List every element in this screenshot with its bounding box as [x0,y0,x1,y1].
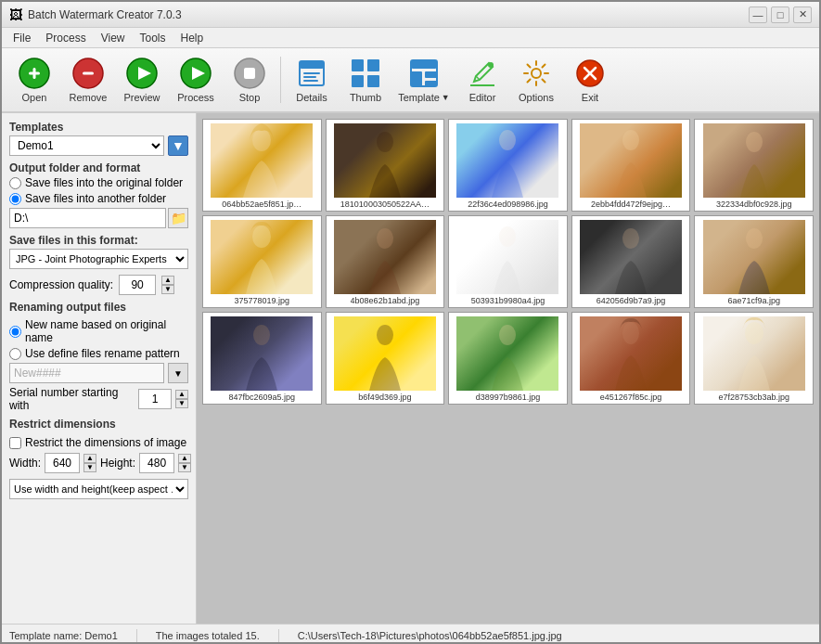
minimize-button[interactable]: — [749,6,767,23]
options-icon [520,57,553,90]
exit-icon [573,57,607,90]
image-cell[interactable]: 4b08e62b1abd.jpg [326,215,445,308]
svg-point-27 [532,69,541,78]
image-cell[interactable]: 642056d9b7a9.jpg [571,215,691,308]
rename-pattern-row: ▼ [9,363,188,383]
serial-input[interactable] [138,389,172,409]
image-thumbnail [580,220,682,294]
image-thumbnail [703,123,805,198]
image-cell[interactable]: b6f49d369.jpg [326,312,445,405]
svg-rect-15 [303,80,318,82]
options-button[interactable]: Options [511,52,561,108]
serial-up[interactable]: ▲ [175,390,188,399]
image-cell[interactable]: e451267f85c.jpg [571,312,691,405]
radio-original-name-input[interactable] [9,326,21,338]
image-cell[interactable]: 181010003050522AA… [326,119,445,212]
compression-up[interactable]: ▲ [161,276,174,285]
template-select[interactable]: Demo1 [9,135,164,156]
stop-button[interactable]: Stop [224,52,275,108]
image-cell[interactable]: 22f36c4ed098986.jpg [448,119,568,212]
format-select[interactable]: JPG - Joint Photographic Experts … [9,249,188,269]
image-filename: 503931b9980a4.jpg [471,296,545,305]
radio-original-name[interactable]: New name based on original name [9,318,188,344]
compression-label: Compression quality: [9,278,113,291]
image-cell[interactable]: 322334dbf0c928.jpg [694,119,814,212]
height-down[interactable]: ▼ [178,463,191,472]
template-dropdown-btn[interactable]: ▼ [168,135,188,156]
exit-button[interactable]: Exit [565,52,615,108]
left-panel: Templates Demo1 ▼ Output folder and form… [2,113,197,624]
open-button[interactable]: Open [9,52,59,108]
svg-rect-13 [303,72,320,74]
svg-point-34 [622,130,639,150]
image-cell[interactable]: 6ae71cf9a.jpg [694,215,814,308]
close-button[interactable]: ✕ [793,6,812,23]
thumb-icon [349,57,382,90]
restrict-checkbox-row[interactable]: Restrict the dimensions of image [9,436,188,449]
svg-point-32 [377,132,393,152]
serial-label: Serial number starting with [9,386,135,412]
image-cell[interactable]: 503931b9980a4.jpg [448,215,568,308]
image-filename: 375778019.jpg [235,296,290,305]
template-icon [407,57,441,90]
menu-tools[interactable]: Tools [133,30,173,46]
menu-file[interactable]: File [6,30,38,46]
image-filename: 181010003050522AA… [340,200,430,209]
browse-folder-button[interactable]: 📁 [168,208,188,228]
menu-help[interactable]: Help [173,30,212,46]
aspect-select[interactable]: Use width and height(keep aspect … [9,479,188,499]
image-cell[interactable]: 375778019.jpg [202,215,322,308]
radio-original-input[interactable] [9,177,21,189]
menu-view[interactable]: View [94,30,133,46]
radio-original-folder[interactable]: Save files into the original folder [9,176,188,189]
image-thumbnail [211,123,313,198]
svg-rect-2 [33,68,36,79]
serial-row: Serial number starting with ▲ ▼ [9,386,188,412]
image-cell[interactable]: 847fbc2609a5.jpg [202,312,322,405]
menu-process[interactable]: Process [38,30,93,46]
radio-another-label: Save files into another folder [25,192,166,205]
radio-another-input[interactable] [9,193,21,205]
remove-button[interactable]: Remove [63,52,113,108]
window-controls: — □ ✕ [749,6,812,23]
preview-button[interactable]: Preview [117,52,167,108]
image-filename: 322334dbf0c928.jpg [716,200,792,209]
template-button[interactable]: Template ▼ [394,52,454,108]
svg-rect-18 [352,75,364,87]
image-thumbnail [580,123,682,198]
restrict-check-label: Restrict the dimensions of image [25,436,186,449]
radio-another-folder[interactable]: Save files into another folder [9,192,188,205]
rename-pattern-dropdown[interactable]: ▼ [168,363,188,383]
process-button[interactable]: Process [171,52,221,108]
width-spinner: ▲ ▼ [83,454,96,472]
serial-down[interactable]: ▼ [175,399,188,408]
image-cell[interactable]: 064bb52ae5f851.jp… [202,119,322,212]
width-up[interactable]: ▲ [83,454,96,463]
maximize-button[interactable]: □ [771,6,789,23]
app-title: Batch Watermark Creator 7.0.3 [28,8,749,21]
width-down[interactable]: ▼ [83,463,96,472]
image-cell[interactable]: e7f28753cb3ab.jpg [694,312,814,405]
radio-rename-pattern-input[interactable] [9,348,21,360]
image-cell[interactable]: d38997b9861.jpg [448,312,568,405]
compression-input[interactable] [119,275,156,295]
restrict-checkbox[interactable] [9,437,21,449]
width-input[interactable] [45,453,80,473]
editor-icon [466,57,499,90]
image-thumbnail [580,316,682,391]
details-button[interactable]: Details [287,52,337,108]
preview-label: Preview [123,92,160,103]
image-cell[interactable]: 2ebb4fdd472f9ejpg… [571,119,691,212]
radio-original-label: Save files into the original folder [25,176,183,189]
height-input[interactable] [139,453,174,473]
toolbar: Open Remove Preview Process [2,48,819,113]
svg-rect-4 [83,72,94,75]
rename-pattern-input[interactable] [9,363,164,383]
editor-label: Editor [469,92,496,103]
compression-down[interactable]: ▼ [161,285,174,294]
height-up[interactable]: ▲ [178,454,191,463]
radio-rename-pattern[interactable]: Use define files rename pattern [9,347,188,360]
thumb-button[interactable]: Thumb [340,52,391,108]
editor-button[interactable]: Editor [457,52,507,108]
path-input[interactable]: D:\ [9,208,166,228]
